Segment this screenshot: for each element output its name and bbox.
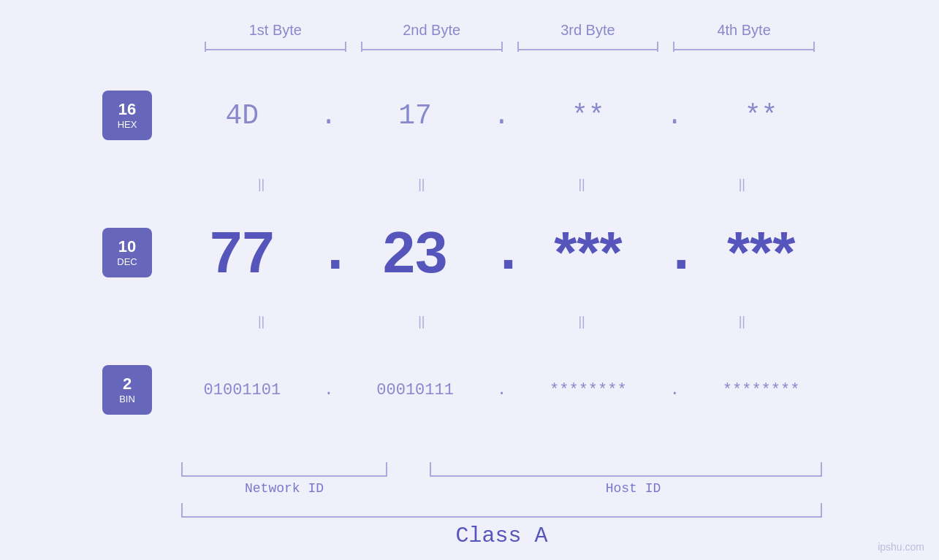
class-bracket bbox=[181, 503, 822, 518]
bracket-byte-4 bbox=[673, 42, 815, 55]
eq-b-2: || bbox=[341, 315, 501, 328]
bracket-byte-1 bbox=[205, 42, 346, 55]
hex-val-1: 4D bbox=[167, 100, 318, 131]
class-label: Class A bbox=[181, 518, 822, 560]
equals-hex-dec: || || || || bbox=[167, 176, 837, 192]
dec-badge: 10 DEC bbox=[102, 228, 152, 277]
hex-val-4: ** bbox=[685, 100, 837, 131]
dec-val-1: 77 bbox=[167, 219, 318, 286]
network-bracket bbox=[181, 462, 387, 477]
hex-badge-label: HEX bbox=[118, 119, 137, 131]
bin-dot-1: . bbox=[318, 381, 340, 399]
eq-3: || bbox=[502, 177, 662, 191]
hex-badge: 16 HEX bbox=[102, 91, 152, 140]
dec-dot-2: . bbox=[491, 220, 513, 286]
class-area: Class A bbox=[167, 496, 837, 560]
dec-dot-3: . bbox=[664, 220, 685, 286]
host-id-label: Host ID bbox=[444, 481, 822, 496]
bin-val-2: 00010111 bbox=[340, 381, 491, 399]
dec-dot-1: . bbox=[318, 220, 340, 286]
bin-val-4: ******** bbox=[685, 381, 837, 399]
hex-badge-num: 16 bbox=[118, 100, 136, 119]
host-bracket bbox=[430, 462, 822, 477]
hex-values: 4D . 17 . ** . ** bbox=[167, 100, 837, 131]
bracket-byte-3 bbox=[517, 42, 659, 55]
bin-val-1: 01001101 bbox=[167, 381, 318, 399]
equals-dec-bin: || || || || bbox=[167, 313, 837, 329]
eq-b-3: || bbox=[502, 315, 662, 328]
dec-values: 77 . 23 . *** . *** bbox=[167, 219, 837, 286]
dec-badge-label: DEC bbox=[117, 256, 137, 268]
dec-val-2: 23 bbox=[340, 219, 491, 286]
hex-dot-3: . bbox=[664, 100, 685, 131]
byte-labels-row: 1st Byte 2nd Byte 3rd Byte 4th Byte bbox=[183, 22, 837, 39]
bin-row: 2 BIN 01001101 . 00010111 . ******** . *… bbox=[102, 329, 837, 450]
bin-val-3: ******** bbox=[513, 381, 664, 399]
hex-val-2: 17 bbox=[340, 100, 491, 131]
bin-badge-label: BIN bbox=[119, 394, 135, 405]
main-container: 1st Byte 2nd Byte 3rd Byte 4th Byte 16 H… bbox=[0, 0, 939, 560]
dec-row: 10 DEC 77 . 23 . *** . *** bbox=[102, 192, 837, 313]
byte-label-2: 2nd Byte bbox=[354, 22, 510, 39]
byte-label-1: 1st Byte bbox=[197, 22, 354, 39]
eq-b-4: || bbox=[662, 315, 822, 328]
network-id-label: Network ID bbox=[181, 481, 387, 496]
id-labels-row: Network ID Host ID bbox=[167, 477, 837, 496]
eq-4: || bbox=[662, 177, 822, 191]
eq-1: || bbox=[181, 177, 341, 191]
hex-dot-1: . bbox=[318, 100, 340, 131]
bin-values: 01001101 . 00010111 . ******** . *******… bbox=[167, 381, 837, 399]
bin-badge: 2 BIN bbox=[102, 365, 152, 415]
id-spacer bbox=[387, 481, 444, 496]
hex-val-3: ** bbox=[513, 100, 664, 131]
byte-label-4: 4th Byte bbox=[666, 22, 822, 39]
eq-b-1: || bbox=[181, 315, 341, 328]
eq-2: || bbox=[341, 177, 501, 191]
byte-label-3: 3rd Byte bbox=[510, 22, 666, 39]
bracket-byte-2 bbox=[361, 42, 503, 55]
top-brackets bbox=[183, 42, 837, 55]
bin-dot-3: . bbox=[664, 381, 685, 399]
dec-badge-num: 10 bbox=[118, 237, 136, 256]
bin-badge-num: 2 bbox=[123, 375, 132, 394]
watermark: ipshu.com bbox=[878, 541, 924, 553]
bottom-brackets bbox=[167, 456, 837, 477]
dec-val-3: *** bbox=[513, 219, 664, 286]
dec-val-4: *** bbox=[685, 219, 837, 286]
bin-dot-2: . bbox=[491, 381, 513, 399]
hex-row: 16 HEX 4D . 17 . ** . ** bbox=[102, 55, 837, 176]
hex-dot-2: . bbox=[491, 100, 513, 131]
